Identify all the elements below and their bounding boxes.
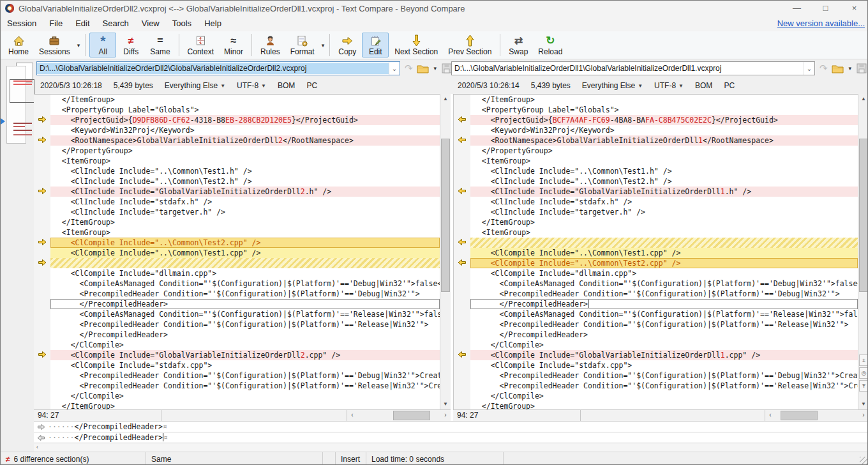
code-line-text[interactable]: <ClCompile Include="stdafx.cpp">: [470, 360, 858, 370]
code-line-text[interactable]: <CompileAsManaged Condition="'$(Configur…: [470, 309, 858, 319]
left-code-pane[interactable]: </ItemGroup> <PropertyGroup Label="Globa…: [34, 94, 440, 409]
code-line-text[interactable]: <ClCompile Include="dllmain.cpp">: [470, 268, 858, 278]
code-line[interactable]: <ItemGroup>: [34, 227, 440, 238]
code-line[interactable]: <ItemGroup>: [454, 156, 858, 166]
code-line-text[interactable]: <ClInclude Include="stdafx.h" />: [470, 197, 858, 207]
menu-item-file[interactable]: File: [43, 16, 69, 31]
browse-folder-icon[interactable]: [831, 62, 844, 75]
diff-arrow-right-icon[interactable]: [38, 349, 47, 361]
scroll-down-icon[interactable]: ▼: [858, 399, 868, 409]
code-line[interactable]: <ClInclude Include="..\Common\Test1.h" /…: [454, 166, 858, 176]
code-line[interactable]: </ItemGroup>: [454, 217, 858, 227]
code-line-text[interactable]: <ItemGroup>: [50, 156, 440, 166]
code-line[interactable]: <ClCompile Include="..\Common\Test2.cpp"…: [34, 238, 440, 248]
center-diff-button[interactable]: ◎: [859, 367, 868, 379]
diff-arrow-left-icon[interactable]: [458, 257, 467, 269]
menu-item-edit[interactable]: Edit: [69, 16, 96, 31]
code-line-text[interactable]: <ClInclude Include="..\Common\Test2.h" /…: [50, 176, 440, 187]
detail-line-left[interactable]: ······</PrecompiledHeader>¤: [34, 421, 868, 432]
code-line[interactable]: <ItemGroup>: [34, 156, 440, 166]
format-button[interactable]: Format: [286, 33, 319, 57]
code-line-text[interactable]: <ItemGroup>: [470, 227, 858, 238]
code-line-text[interactable]: <PrecompiledHeader Condition="'$(Configu…: [50, 381, 440, 391]
scroll-right-icon[interactable]: ›: [440, 410, 451, 421]
home-button[interactable]: Home: [4, 33, 33, 57]
code-line[interactable]: <ProjectGuid>{D9DFB86D-CF62-4318-B8EB-28…: [34, 115, 440, 125]
code-line[interactable]: <ClInclude Include="GlobalVariableInitia…: [454, 187, 858, 197]
scroll-left-icon[interactable]: ‹: [765, 410, 775, 421]
code-line[interactable]: <CompileAsManaged Condition="'$(Configur…: [34, 278, 440, 289]
code-line-text[interactable]: <Keyword>Win32Proj</Keyword>: [50, 125, 440, 135]
edit-button[interactable]: Edit: [362, 33, 389, 57]
right-file-path[interactable]: D:\...\GlobalVariableInitializeOrderDll1…: [452, 63, 804, 74]
code-line-text[interactable]: <PrecompiledHeader Condition="'$(Configu…: [50, 319, 440, 330]
browse-dropdown-icon[interactable]: ▾: [432, 65, 439, 72]
code-line[interactable]: <PrecompiledHeader Condition="'$(Configu…: [454, 381, 858, 391]
code-line[interactable]: <ClCompile Include="dllmain.cpp">: [34, 268, 440, 278]
left-format-dropdown[interactable]: Everything Else▼: [165, 81, 225, 90]
browse-folder-icon[interactable]: [416, 62, 430, 75]
code-line-text[interactable]: <RootNamespace>GlobalVariableInitializeO…: [470, 135, 858, 146]
scrollbar-thumb[interactable]: [441, 139, 450, 292]
code-line[interactable]: </PrecompiledHeader>: [454, 299, 858, 309]
code-line[interactable]: </ItemGroup>: [454, 401, 858, 409]
code-line-text[interactable]: <ClCompile Include="stdafx.cpp">: [50, 360, 440, 370]
code-line-text[interactable]: <PrecompiledHeader Condition="'$(Configu…: [470, 319, 858, 330]
code-line[interactable]: </ItemGroup>: [34, 401, 440, 409]
code-line[interactable]: </ItemGroup>: [454, 95, 858, 105]
code-line[interactable]: </PrecompiledHeader>: [34, 330, 440, 340]
chevron-down-icon[interactable]: ⌄: [804, 62, 814, 75]
code-line-text[interactable]: </PropertyGroup>: [470, 146, 858, 156]
diff-map-viewport[interactable]: [10, 79, 34, 103]
right-format-dropdown[interactable]: Everything Else▼: [582, 81, 643, 90]
code-line-text[interactable]: <ProjectGuid>{D9DFB86D-CF62-4318-B8EB-28…: [50, 115, 440, 125]
code-line[interactable]: <CompileAsManaged Condition="'$(Configur…: [454, 278, 858, 289]
right-code-pane[interactable]: </ItemGroup> <PropertyGroup Label="Globa…: [453, 94, 858, 409]
code-line-text[interactable]: <CompileAsManaged Condition="'$(Configur…: [50, 278, 440, 289]
diff-arrow-right-icon[interactable]: [38, 114, 47, 126]
code-line[interactable]: <PrecompiledHeader Condition="'$(Configu…: [454, 289, 858, 299]
maximize-button[interactable]: □: [811, 1, 840, 16]
code-line[interactable]: <PropertyGroup Label="Globals">: [34, 105, 440, 115]
code-line[interactable]: <ClInclude Include="targetver.h" />: [34, 207, 440, 217]
code-line-text[interactable]: <ClInclude Include="..\Common\Test1.h" /…: [50, 166, 440, 176]
diff-arrow-left-icon[interactable]: [458, 186, 467, 197]
code-line[interactable]: <ClCompile Include="..\Common\Test1.cpp"…: [454, 248, 858, 258]
scrollbar-thumb[interactable]: [781, 411, 818, 420]
code-line-text[interactable]: <ClInclude Include="targetver.h" />: [50, 207, 440, 217]
dropdown-arrow-icon[interactable]: ▾: [320, 42, 327, 49]
diff-arrow-right-icon[interactable]: [38, 186, 47, 197]
code-line-text[interactable]: <Keyword>Win32Proj</Keyword>: [470, 125, 858, 135]
right-bom-toggle[interactable]: BOM: [695, 81, 712, 90]
prev-diff-button[interactable]: ±: [859, 354, 868, 366]
left-bom-toggle[interactable]: BOM: [278, 81, 295, 90]
resize-grip[interactable]: [860, 457, 867, 464]
code-line-text[interactable]: </ItemGroup>: [470, 95, 858, 105]
scroll-up-icon[interactable]: ▲: [440, 94, 451, 104]
code-line[interactable]: <ProjectGuid>{BCF7A4AF-FC69-4BA8-BAFA-C8…: [454, 115, 858, 125]
diff-arrow-left-icon[interactable]: [458, 135, 467, 146]
code-line[interactable]: <PropertyGroup Label="Globals">: [454, 105, 858, 115]
code-line[interactable]: </ClCompile>: [34, 391, 440, 401]
code-line[interactable]: <CompileAsManaged Condition="'$(Configur…: [34, 309, 440, 319]
code-line[interactable]: <PrecompiledHeader Condition="'$(Configu…: [34, 289, 440, 299]
code-line-text[interactable]: <CompileAsManaged Condition="'$(Configur…: [470, 278, 858, 289]
menu-item-help[interactable]: Help: [198, 16, 228, 31]
code-line-text[interactable]: <ItemGroup>: [50, 227, 440, 238]
code-line-text[interactable]: <ClCompile Include="GlobalVariableInitia…: [50, 350, 440, 360]
right-line-ending[interactable]: PC: [724, 81, 735, 90]
code-line-text[interactable]: <ClInclude Include="GlobalVariableInitia…: [50, 187, 440, 197]
code-line-text[interactable]: </PrecompiledHeader>: [470, 330, 858, 340]
chevron-down-icon[interactable]: ⌄: [389, 62, 400, 75]
scroll-right-icon[interactable]: ›: [858, 410, 868, 421]
code-line-text[interactable]: </PrecompiledHeader>: [470, 299, 858, 309]
app-logo-icon[interactable]: [4, 3, 15, 13]
update-available-link[interactable]: New version available...: [777, 16, 865, 31]
code-line[interactable]: <Keyword>Win32Proj</Keyword>: [454, 125, 858, 135]
code-line[interactable]: <PrecompiledHeader Condition="'$(Configu…: [454, 319, 858, 330]
code-line[interactable]: <ClCompile Include="stdafx.cpp">: [34, 360, 440, 370]
code-line-text[interactable]: <ItemGroup>: [470, 156, 858, 166]
code-line-text[interactable]: <ClCompile Include="..\Common\Test2.cpp"…: [470, 258, 858, 268]
code-line-text[interactable]: <ClCompile Include="..\Common\Test2.cpp"…: [50, 238, 440, 248]
code-line-text[interactable]: </PrecompiledHeader>: [50, 330, 440, 340]
